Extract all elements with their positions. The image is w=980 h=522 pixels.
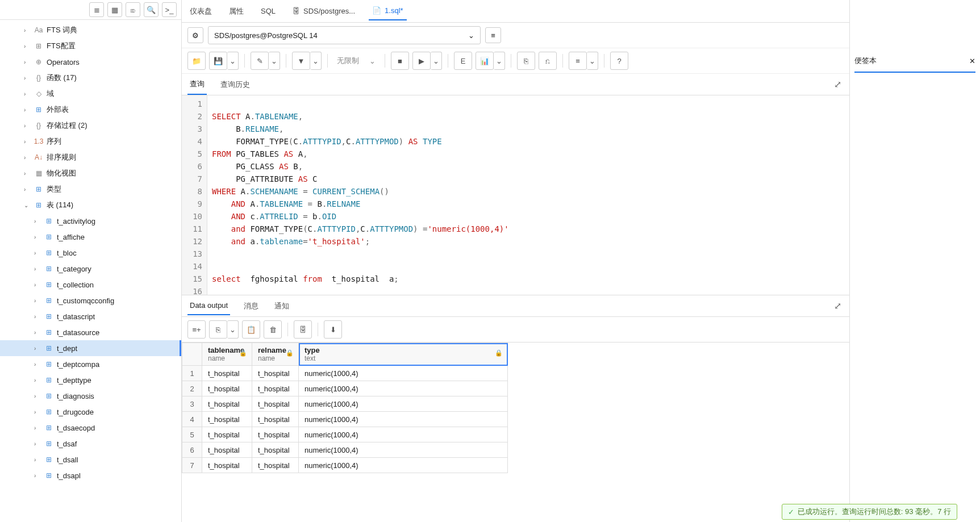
analyze-button[interactable]: 📊	[476, 52, 494, 70]
cell[interactable]: numeric(1000,4)	[299, 381, 508, 396]
query-tab[interactable]: 查询历史	[218, 75, 252, 94]
explain-button[interactable]: E	[454, 52, 472, 70]
output-tab[interactable]: 消息	[241, 297, 261, 316]
download-button[interactable]: ⬇	[324, 320, 342, 339]
copy-button[interactable]: ⎘	[209, 320, 227, 339]
paste-button[interactable]: 📋	[242, 320, 260, 339]
open-file-button[interactable]: 📁	[187, 52, 206, 70]
cell[interactable]: t_hospital	[252, 427, 299, 442]
tree-item[interactable]: ›◇域	[0, 86, 181, 102]
tree-item[interactable]: ›⊞类型	[0, 181, 181, 197]
column-header[interactable]: typetext🔒	[299, 343, 508, 366]
tree-item[interactable]: ›⊞t_dsaf	[0, 436, 181, 452]
code-area[interactable]: SELECT A.TABLENAME, B.RELNAME, FORMAT_TY…	[207, 95, 849, 295]
cell[interactable]: numeric(1000,4)	[299, 366, 508, 381]
tree-item[interactable]: ›⊞t_datasource	[0, 324, 181, 340]
analyze-dropdown[interactable]: ⌄	[494, 52, 505, 70]
tree-icon[interactable]: ⎄	[126, 2, 140, 17]
cell[interactable]: numeric(1000,4)	[299, 442, 508, 458]
tree-item[interactable]: ›⊞t_affiche	[0, 229, 181, 245]
tree-item[interactable]: ›1.3序列	[0, 133, 181, 149]
help-button[interactable]: ?	[610, 52, 628, 70]
row-number[interactable]: 6	[182, 442, 202, 458]
tree-item[interactable]: ›AaFTS 词典	[0, 22, 181, 38]
scratch-pad-tab[interactable]: 便签本	[854, 56, 877, 66]
edit-button[interactable]: ✎	[251, 52, 269, 70]
top-tab[interactable]: 🗄SDS/postgres...	[289, 2, 358, 20]
tree-item[interactable]: ›⊞t_datascript	[0, 308, 181, 324]
run-button[interactable]: ▶	[412, 52, 431, 70]
tree-item[interactable]: ›⊞外部表	[0, 102, 181, 118]
cell[interactable]: numeric(1000,4)	[299, 458, 508, 473]
cell[interactable]: t_hospital	[202, 381, 252, 396]
row-number[interactable]: 7	[182, 458, 202, 473]
cell[interactable]: t_hospital	[202, 412, 252, 427]
limit-dropdown[interactable]: ⌄	[366, 57, 379, 65]
cell[interactable]: t_hospital	[252, 366, 299, 381]
top-tab[interactable]: 属性	[226, 2, 247, 21]
close-scratch-icon[interactable]: ✕	[969, 57, 975, 65]
save-dropdown[interactable]: ⌄	[227, 52, 239, 70]
row-number[interactable]: 4	[182, 412, 202, 427]
tree-item[interactable]: ⌄⊞表 (114)	[0, 197, 181, 213]
tree-item[interactable]: ›⊞t_diagnosis	[0, 388, 181, 404]
row-number[interactable]: 1	[182, 366, 202, 381]
column-header[interactable]: relnamename🔒	[252, 343, 299, 366]
edit-dropdown[interactable]: ⌄	[269, 52, 280, 70]
tree-item[interactable]: ›⊞t_category	[0, 261, 181, 277]
db-icon[interactable]: ≣	[89, 2, 104, 17]
top-tab[interactable]: 仪表盘	[186, 2, 215, 21]
grid-icon[interactable]: ▦	[107, 2, 122, 17]
tree-item[interactable]: ›⊞t_dsaecopd	[0, 420, 181, 436]
macros-dropdown[interactable]: ⌄	[587, 52, 598, 70]
result-grid[interactable]: tablenamename🔒relnamename🔒typetext🔒1t_ho…	[182, 343, 849, 522]
tree-item[interactable]: ›{}存储过程 (2)	[0, 118, 181, 133]
tree-item[interactable]: ›⊞FTS配置	[0, 38, 181, 54]
top-tab[interactable]: SQL	[257, 2, 279, 20]
query-tab[interactable]: 查询	[187, 74, 207, 95]
row-number[interactable]: 2	[182, 381, 202, 396]
expand-editor-icon[interactable]: ⤢	[832, 77, 844, 92]
tree-item[interactable]: ›A↓排序规则	[0, 149, 181, 165]
tree-item[interactable]: ›⊕Operators	[0, 54, 181, 70]
row-number[interactable]: 5	[182, 427, 202, 442]
copy-dropdown[interactable]: ⌄	[227, 320, 239, 339]
cell[interactable]: t_hospital	[252, 412, 299, 427]
tree-item[interactable]: ›⊞t_dsapl	[0, 467, 181, 483]
cell[interactable]: t_hospital	[202, 442, 252, 458]
tree-item[interactable]: ›⊞t_dsall	[0, 452, 181, 467]
row-number[interactable]: 3	[182, 396, 202, 412]
cell[interactable]: numeric(1000,4)	[299, 396, 508, 412]
cell[interactable]: numeric(1000,4)	[299, 412, 508, 427]
cell[interactable]: t_hospital	[252, 442, 299, 458]
output-tab[interactable]: 通知	[272, 297, 291, 316]
connection-db-icon[interactable]: ≡	[485, 27, 501, 43]
search-icon[interactable]: 🔍	[144, 2, 159, 17]
cell[interactable]: t_hospital	[202, 366, 252, 381]
tree-item[interactable]: ›⊞t_bloc	[0, 245, 181, 261]
object-tree[interactable]: ›AaFTS 词典›⊞FTS配置›⊕Operators›{}函数 (17)›◇域…	[0, 20, 181, 522]
cell[interactable]: t_hospital	[252, 381, 299, 396]
rollback-button[interactable]: ⎌	[539, 52, 557, 70]
expand-output-icon[interactable]: ⤢	[832, 298, 844, 314]
tree-item[interactable]: ›⊞t_drugcode	[0, 404, 181, 420]
tree-item[interactable]: ›{}函数 (17)	[0, 70, 181, 86]
stop-button[interactable]: ■	[391, 52, 409, 70]
tree-item[interactable]: ›⊞t_dept	[0, 340, 181, 356]
tree-item[interactable]: ›⊞t_depttype	[0, 372, 181, 388]
filter-dropdown[interactable]: ⌄	[310, 52, 322, 70]
tree-item[interactable]: ›⊞t_deptcompa	[0, 356, 181, 372]
save-button[interactable]: 💾	[209, 52, 227, 70]
tree-item[interactable]: ›▦物化视图	[0, 165, 181, 181]
tree-item[interactable]: ›⊞t_customqcconfig	[0, 293, 181, 308]
add-row-button[interactable]: ≡+	[187, 320, 206, 339]
cell[interactable]: t_hospital	[252, 458, 299, 473]
cell[interactable]: t_hospital	[202, 458, 252, 473]
output-tab[interactable]: Data output	[187, 297, 230, 315]
tree-item[interactable]: ›⊞t_collection	[0, 277, 181, 293]
connection-config-icon[interactable]: ⚙	[187, 27, 203, 43]
delete-button[interactable]: 🗑	[264, 320, 282, 339]
column-header[interactable]: tablenamename🔒	[202, 343, 252, 366]
cell[interactable]: t_hospital	[252, 396, 299, 412]
top-tab[interactable]: 📄1.sql*	[369, 2, 407, 20]
